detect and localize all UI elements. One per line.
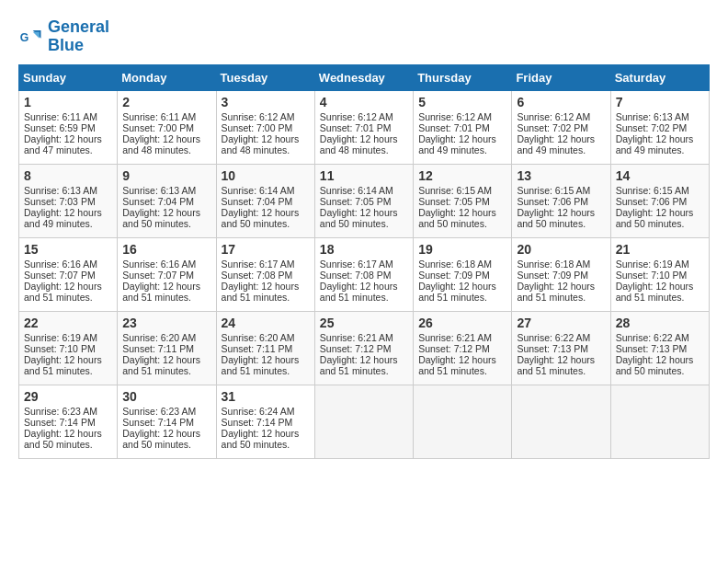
sunrise: Sunrise: 6:12 AM bbox=[222, 111, 295, 122]
sunset: Sunset: 7:10 PM bbox=[616, 270, 688, 281]
sunset: Sunset: 7:09 PM bbox=[517, 270, 588, 281]
sunrise: Sunrise: 6:12 AM bbox=[517, 111, 590, 122]
day-number: 9 bbox=[122, 168, 210, 183]
calendar-cell: 9Sunrise: 6:13 AMSunset: 7:04 PMDaylight… bbox=[118, 164, 216, 237]
calendar-cell: 27Sunrise: 6:22 AMSunset: 7:13 PMDayligh… bbox=[512, 311, 610, 385]
calendar-cell: 29Sunrise: 6:23 AMSunset: 7:14 PMDayligh… bbox=[19, 385, 118, 458]
sunset: Sunset: 7:11 PM bbox=[222, 343, 293, 354]
calendar-cell: 15Sunrise: 6:16 AMSunset: 7:07 PMDayligh… bbox=[19, 237, 118, 311]
day-number: 6 bbox=[517, 95, 605, 109]
sunset: Sunset: 7:06 PM bbox=[616, 196, 688, 207]
sunrise: Sunrise: 6:11 AM bbox=[24, 111, 97, 122]
sunrise: Sunrise: 6:22 AM bbox=[616, 332, 689, 343]
daylight: Daylight: 12 hours and 51 minutes. bbox=[24, 354, 102, 376]
day-number: 30 bbox=[122, 389, 210, 404]
sunset: Sunset: 7:12 PM bbox=[320, 343, 392, 354]
daylight: Daylight: 12 hours and 49 minutes. bbox=[616, 133, 694, 155]
daylight: Daylight: 12 hours and 50 minutes. bbox=[418, 207, 496, 229]
calendar-cell bbox=[610, 385, 709, 458]
sunrise: Sunrise: 6:24 AM bbox=[222, 406, 295, 417]
daylight: Daylight: 12 hours and 49 minutes. bbox=[418, 133, 496, 155]
calendar-cell: 21Sunrise: 6:19 AMSunset: 7:10 PMDayligh… bbox=[610, 237, 709, 311]
sunrise: Sunrise: 6:15 AM bbox=[616, 185, 689, 196]
sunset: Sunset: 7:06 PM bbox=[517, 196, 588, 207]
header-row: SundayMondayTuesdayWednesdayThursdayFrid… bbox=[19, 64, 710, 90]
day-number: 15 bbox=[24, 242, 112, 257]
calendar-cell: 1Sunrise: 6:11 AMSunset: 6:59 PMDaylight… bbox=[19, 90, 118, 164]
header-day: Wednesday bbox=[314, 64, 413, 90]
daylight: Daylight: 12 hours and 51 minutes. bbox=[122, 354, 200, 376]
daylight: Daylight: 12 hours and 50 minutes. bbox=[122, 207, 200, 229]
sunrise: Sunrise: 6:13 AM bbox=[122, 185, 196, 196]
svg-text:G: G bbox=[20, 31, 29, 44]
sunset: Sunset: 6:59 PM bbox=[24, 122, 96, 133]
daylight: Daylight: 12 hours and 51 minutes. bbox=[222, 281, 300, 303]
calendar-week: 29Sunrise: 6:23 AMSunset: 7:14 PMDayligh… bbox=[19, 385, 710, 458]
sunset: Sunset: 7:14 PM bbox=[222, 417, 293, 428]
sunrise: Sunrise: 6:14 AM bbox=[222, 185, 295, 196]
day-number: 18 bbox=[320, 242, 408, 257]
sunset: Sunset: 7:08 PM bbox=[320, 270, 392, 281]
daylight: Daylight: 12 hours and 50 minutes. bbox=[222, 428, 300, 450]
day-number: 8 bbox=[24, 168, 112, 183]
day-number: 22 bbox=[24, 316, 112, 330]
daylight: Daylight: 12 hours and 47 minutes. bbox=[24, 133, 102, 155]
sunset: Sunset: 7:04 PM bbox=[222, 196, 293, 207]
sunrise: Sunrise: 6:20 AM bbox=[222, 332, 295, 343]
sunrise: Sunrise: 6:21 AM bbox=[418, 332, 492, 343]
day-number: 14 bbox=[616, 168, 704, 183]
calendar-week: 22Sunrise: 6:19 AMSunset: 7:10 PMDayligh… bbox=[19, 311, 710, 385]
daylight: Daylight: 12 hours and 49 minutes. bbox=[24, 207, 102, 229]
calendar-cell: 4Sunrise: 6:12 AMSunset: 7:01 PMDaylight… bbox=[314, 90, 413, 164]
sunset: Sunset: 7:05 PM bbox=[320, 196, 392, 207]
header-day: Sunday bbox=[19, 64, 118, 90]
day-number: 4 bbox=[320, 95, 408, 109]
sunset: Sunset: 7:04 PM bbox=[122, 196, 194, 207]
sunset: Sunset: 7:03 PM bbox=[24, 196, 96, 207]
calendar-cell: 10Sunrise: 6:14 AMSunset: 7:04 PMDayligh… bbox=[216, 164, 314, 237]
day-number: 12 bbox=[418, 168, 506, 183]
day-number: 1 bbox=[24, 95, 112, 109]
calendar-cell bbox=[314, 385, 413, 458]
calendar-week: 1Sunrise: 6:11 AMSunset: 6:59 PMDaylight… bbox=[19, 90, 710, 164]
sunrise: Sunrise: 6:12 AM bbox=[320, 111, 393, 122]
sunset: Sunset: 7:07 PM bbox=[122, 270, 194, 281]
calendar-cell: 30Sunrise: 6:23 AMSunset: 7:14 PMDayligh… bbox=[118, 385, 216, 458]
calendar-cell bbox=[512, 385, 610, 458]
daylight: Daylight: 12 hours and 50 minutes. bbox=[320, 207, 398, 229]
sunrise: Sunrise: 6:14 AM bbox=[320, 185, 393, 196]
day-number: 27 bbox=[517, 316, 605, 330]
day-number: 3 bbox=[222, 95, 310, 109]
sunrise: Sunrise: 6:18 AM bbox=[418, 259, 492, 270]
daylight: Daylight: 12 hours and 50 minutes. bbox=[122, 428, 200, 450]
sunrise: Sunrise: 6:16 AM bbox=[24, 259, 97, 270]
calendar-header: SundayMondayTuesdayWednesdayThursdayFrid… bbox=[19, 64, 710, 90]
calendar-cell: 14Sunrise: 6:15 AMSunset: 7:06 PMDayligh… bbox=[610, 164, 709, 237]
calendar-cell: 19Sunrise: 6:18 AMSunset: 7:09 PMDayligh… bbox=[414, 237, 512, 311]
calendar-cell: 2Sunrise: 6:11 AMSunset: 7:00 PMDaylight… bbox=[118, 90, 216, 164]
calendar-cell: 26Sunrise: 6:21 AMSunset: 7:12 PMDayligh… bbox=[414, 311, 512, 385]
daylight: Daylight: 12 hours and 50 minutes. bbox=[222, 207, 300, 229]
calendar-cell: 25Sunrise: 6:21 AMSunset: 7:12 PMDayligh… bbox=[314, 311, 413, 385]
header-day: Tuesday bbox=[216, 64, 314, 90]
day-number: 26 bbox=[418, 316, 506, 330]
sunrise: Sunrise: 6:16 AM bbox=[122, 259, 196, 270]
day-number: 24 bbox=[222, 316, 310, 330]
day-number: 31 bbox=[222, 389, 310, 404]
sunset: Sunset: 7:02 PM bbox=[517, 122, 588, 133]
day-number: 13 bbox=[517, 168, 605, 183]
calendar-week: 8Sunrise: 6:13 AMSunset: 7:03 PMDaylight… bbox=[19, 164, 710, 237]
sunset: Sunset: 7:00 PM bbox=[122, 122, 194, 133]
daylight: Daylight: 12 hours and 51 minutes. bbox=[24, 281, 102, 303]
calendar-table: SundayMondayTuesdayWednesdayThursdayFrid… bbox=[18, 64, 710, 459]
calendar-cell: 5Sunrise: 6:12 AMSunset: 7:01 PMDaylight… bbox=[414, 90, 512, 164]
daylight: Daylight: 12 hours and 51 minutes. bbox=[320, 354, 398, 376]
day-number: 21 bbox=[616, 242, 704, 257]
sunset: Sunset: 7:14 PM bbox=[122, 417, 194, 428]
day-number: 2 bbox=[122, 95, 210, 109]
calendar-cell: 22Sunrise: 6:19 AMSunset: 7:10 PMDayligh… bbox=[19, 311, 118, 385]
calendar-week: 15Sunrise: 6:16 AMSunset: 7:07 PMDayligh… bbox=[19, 237, 710, 311]
calendar-cell: 7Sunrise: 6:13 AMSunset: 7:02 PMDaylight… bbox=[610, 90, 709, 164]
sunset: Sunset: 7:01 PM bbox=[418, 122, 490, 133]
day-number: 5 bbox=[418, 95, 506, 109]
